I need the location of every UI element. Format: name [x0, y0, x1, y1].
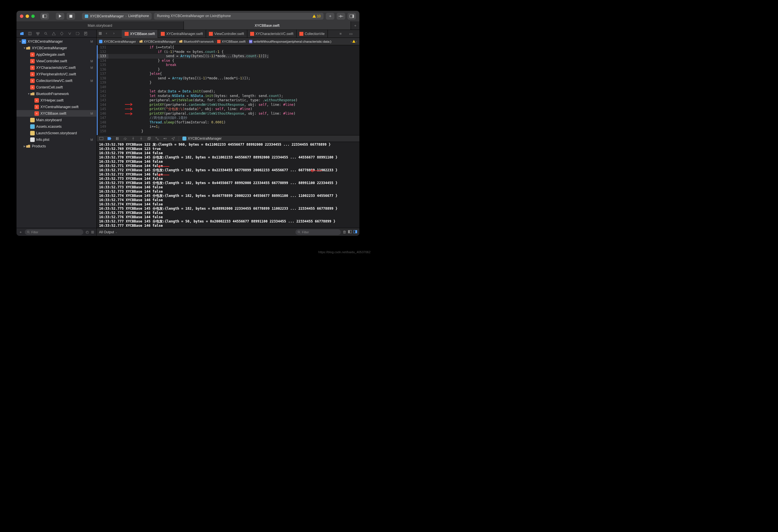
hide-debug-area-button[interactable] — [99, 136, 103, 141]
step-out-button[interactable] — [139, 136, 143, 141]
new-tab-button[interactable]: ＋ — [351, 21, 360, 29]
tree-row[interactable]: sXYCentralManager.swift — [16, 103, 96, 110]
toggle-console-view-button[interactable] — [354, 230, 357, 234]
minimize-window-button[interactable] — [26, 14, 29, 18]
disclosure-triangle-icon[interactable]: ▼ — [27, 92, 30, 95]
scm-filter-icon[interactable]: ⊞ — [91, 230, 94, 234]
source-editor[interactable]: 131 if i==total{132 if (i-1)*mode <= byt… — [97, 45, 360, 135]
warning-indicator[interactable]: 10 — [312, 14, 321, 18]
editor-tab[interactable]: XYCharacteristicVC.swift — [247, 30, 297, 38]
tree-row[interactable]: sXYHelper.swift — [16, 97, 96, 103]
output-mode-selector[interactable]: All Output ⌄ — [99, 230, 118, 234]
project-navigator-icon[interactable] — [19, 31, 24, 36]
code-line[interactable]: 146 printXY(peripheral.canSendWriteWitho… — [98, 111, 360, 116]
close-window-button[interactable] — [20, 14, 23, 18]
debug-memory-graph-button[interactable] — [155, 136, 159, 141]
tree-row[interactable]: Info.plistM — [16, 136, 96, 143]
debug-navigator-icon[interactable] — [67, 31, 72, 36]
zoom-window-button[interactable] — [31, 14, 35, 18]
toggle-variables-view-button[interactable] — [348, 230, 352, 234]
add-button[interactable]: ＋ — [326, 13, 334, 20]
tree-row[interactable]: Assets.xcassets — [16, 123, 96, 130]
process-selector[interactable]: XYCBCentralManager — [182, 137, 222, 141]
disclosure-triangle-icon[interactable]: ▼ — [19, 40, 22, 43]
test-navigator-icon[interactable] — [59, 31, 64, 36]
tree-row[interactable]: Main.storyboard — [16, 117, 96, 123]
symbol-navigator-icon[interactable] — [35, 31, 40, 36]
step-over-button[interactable] — [123, 136, 128, 141]
code-line[interactable]: 132 if (i-1)*mode <= bytes.count-1 { — [98, 50, 360, 54]
console-filter-input[interactable]: Filter — [295, 229, 341, 235]
code-line[interactable]: 147 //两包数据间隔0.1毫秒 — [98, 116, 360, 120]
next-issue-button[interactable]: › — [356, 40, 357, 43]
tree-row[interactable]: sAppDelegate.swift — [16, 51, 96, 58]
tree-row[interactable]: LaunchScreen.storyboard — [16, 130, 96, 136]
jump-seg-3[interactable]: XYCBBase.swift — [222, 40, 246, 43]
code-line[interactable]: 149 i+=1; — [98, 124, 360, 129]
editor-tab[interactable]: XYCentralManager.swift — [158, 30, 206, 38]
disclosure-triangle-icon[interactable]: ▶ — [23, 145, 26, 148]
jump-seg-2[interactable]: BluetoothFramework — [183, 40, 214, 43]
prev-issue-button[interactable]: ‹ — [351, 40, 352, 43]
code-line[interactable]: 131 if i==total{ — [98, 45, 360, 50]
editor-tab[interactable]: XYCBBase.swift — [122, 30, 158, 38]
project-tree[interactable]: ▼AXYCBCentralManagerM▼XYCBCentralManager… — [16, 37, 96, 228]
debug-view-hierarchy-button[interactable] — [147, 136, 151, 141]
code-line[interactable]: 140 — [98, 85, 360, 90]
tab-main-storyboard[interactable]: Main.storyboard — [16, 21, 184, 29]
source-control-navigator-icon[interactable] — [27, 31, 32, 36]
tree-row[interactable]: ▶Products — [16, 143, 96, 149]
issue-navigator-icon[interactable] — [51, 31, 56, 36]
stop-button[interactable] — [67, 13, 75, 20]
simulate-location-button[interactable] — [171, 136, 175, 141]
tree-row[interactable]: sCollectionViewVC.swiftM — [16, 77, 96, 84]
tree-row[interactable]: sViewController.swiftM — [16, 58, 96, 64]
jump-bar[interactable]: XYCBCentralManager › XYCBCentralManager … — [97, 38, 360, 45]
code-line[interactable]: 145 printXY("分包发:\(nsdata)", obj: self, … — [98, 107, 360, 111]
breakpoint-navigator-icon[interactable] — [75, 31, 80, 36]
environment-overrides-button[interactable] — [163, 136, 167, 141]
code-line[interactable]: 144 printXY(peripheral.canSendWriteWitho… — [98, 103, 360, 107]
pause-button[interactable] — [115, 136, 120, 141]
tree-row[interactable]: sContentCell.swift — [16, 84, 96, 90]
tree-row[interactable]: sXYCharacteristicVC.swiftM — [16, 64, 96, 71]
code-line[interactable]: 141 let data:Data = Data.init(send); — [98, 89, 360, 94]
jump-seg-0[interactable]: XYCBCentralManager — [103, 40, 136, 43]
toggle-right-sidebar-button[interactable] — [347, 13, 356, 20]
tree-row[interactable]: ▼AXYCBCentralManagerM — [16, 38, 96, 45]
scheme-selector[interactable]: XYCBCentralManager › Lixin的iphone — [82, 13, 152, 20]
code-line[interactable]: 134 } else { — [98, 59, 360, 63]
code-line[interactable]: 139 } — [98, 81, 360, 85]
code-line[interactable]: 133 send = Array(bytes[(i-1)*mode...(byt… — [98, 54, 360, 59]
tree-row[interactable]: ▼BluetoothFramework — [16, 90, 96, 97]
console-output[interactable]: 16:33:52.769 XYCBBase 122 发:{length = 96… — [97, 142, 360, 228]
code-line[interactable]: 136 } — [98, 68, 360, 72]
navigator-filter-input[interactable]: Filter — [25, 229, 83, 235]
recent-filter-icon[interactable]: ◴ — [86, 230, 89, 234]
jump-seg-4[interactable]: writeWithoutResponse(peripheral:characte… — [253, 40, 331, 43]
code-line[interactable]: 143 peripheral.writeValue(data, for: cha… — [98, 98, 360, 103]
toggle-left-sidebar-button[interactable] — [41, 13, 49, 20]
jump-seg-1[interactable]: XYCBCentralManager — [144, 40, 176, 43]
code-line[interactable]: 148 Thread.sleep(forTimeInterval: 0.0001… — [98, 120, 360, 125]
breakpoints-toggle-button[interactable] — [107, 136, 111, 141]
tree-row[interactable]: sXYPeripheralInfoVC.swift — [16, 71, 96, 77]
tree-row[interactable]: ▼XYCBCentralManager — [16, 45, 96, 51]
code-line[interactable]: 142 let nsdata:NSData = NSData.init(byte… — [98, 94, 360, 98]
activity-status[interactable]: Running XYCBCentralManager on Lixin的ipho… — [154, 13, 323, 20]
step-into-button[interactable] — [131, 136, 136, 141]
code-line[interactable]: 150 } — [98, 129, 360, 134]
find-navigator-icon[interactable] — [43, 31, 48, 36]
code-line[interactable]: 138 send = Array(bytes[(i-1)*mode...(mod… — [98, 76, 360, 81]
clear-console-button[interactable]: 🗑 — [342, 230, 346, 234]
editor-tab[interactable]: ViewController.swift — [206, 30, 247, 38]
add-file-button[interactable]: ＋ — [19, 230, 22, 235]
disclosure-triangle-icon[interactable]: ▼ — [23, 47, 26, 50]
related-items-button[interactable]: ▦ — [98, 31, 105, 37]
report-navigator-icon[interactable] — [83, 31, 88, 36]
code-line[interactable]: 135 break — [98, 63, 360, 68]
editor-tab[interactable]: CollectionVie — [297, 30, 328, 38]
back-button[interactable]: ‹ — [106, 31, 113, 37]
tab-xycbbase[interactable]: XYCBBase.swift — [184, 21, 351, 29]
code-line[interactable]: 137 }else{ — [98, 72, 360, 76]
